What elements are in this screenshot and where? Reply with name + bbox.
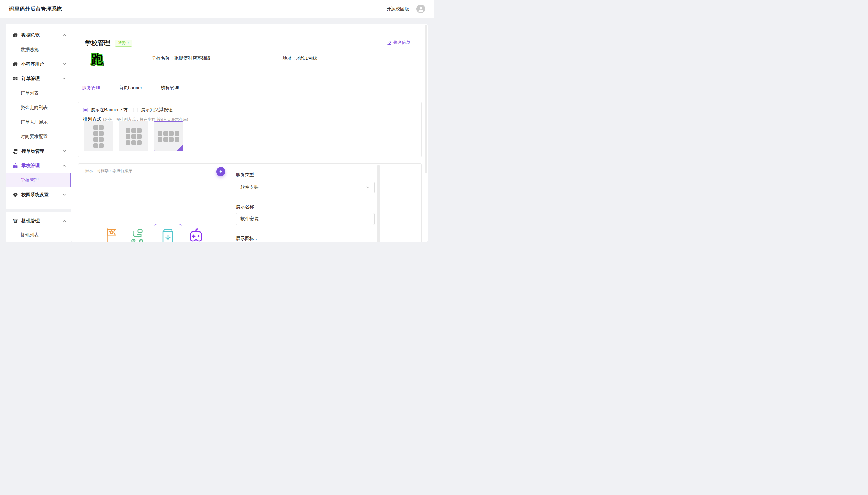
tab-bar: 服务管理首页banner楼栋管理 bbox=[78, 80, 422, 96]
radio-dot bbox=[133, 107, 138, 113]
layout-option-card[interactable] bbox=[154, 121, 183, 151]
flag-star-icon bbox=[105, 242, 119, 242]
chevron-down-icon bbox=[366, 185, 370, 189]
school-address: 地址：地铁1号线 bbox=[283, 50, 317, 66]
service-type-select[interactable]: 软件安装 bbox=[236, 182, 374, 193]
sidebar-item[interactable]: 时间要求配置 bbox=[6, 129, 72, 144]
sidebar-item[interactable]: 接单员管理 bbox=[6, 144, 72, 158]
service-icon-item[interactable] bbox=[130, 227, 145, 242]
sidebar-item[interactable]: 小程序用户 bbox=[6, 57, 72, 71]
school-icon bbox=[13, 163, 18, 168]
service-form-pane: 服务类型： 软件安装 展示名称： 软件安装 展示图标： bbox=[230, 164, 421, 242]
main-panel: 学校管理 运营中 修改信息 跑 学校名称：跑腿便利店基础版 地址：地铁1号线 服… bbox=[71, 24, 428, 242]
edit-info-link[interactable]: 修改信息 bbox=[387, 40, 410, 45]
main-scrollbar[interactable] bbox=[425, 25, 427, 173]
service-display-options: 展示在Banner下方 展示到悬浮按钮 排列方式 (选择一项排列方式，将在小程序… bbox=[78, 102, 422, 157]
sidebar-item[interactable]: 订单列表 bbox=[6, 86, 72, 100]
chevron-up-icon bbox=[63, 219, 66, 223]
layout-grid-preview bbox=[126, 128, 142, 145]
miniprogram-users-icon bbox=[13, 62, 18, 67]
tab[interactable]: 服务管理 bbox=[78, 80, 105, 95]
radio-dot bbox=[83, 107, 88, 113]
sidebar-item[interactable]: 数据总览 bbox=[6, 42, 72, 57]
layout-option-card[interactable] bbox=[84, 121, 113, 151]
pencil-icon bbox=[387, 40, 392, 45]
layout-option-card[interactable] bbox=[119, 121, 148, 151]
couriers-icon bbox=[13, 149, 18, 154]
service-icon-list bbox=[78, 164, 230, 242]
sidebar-item[interactable]: 学校管理 bbox=[6, 158, 72, 173]
status-badge: 运营中 bbox=[115, 39, 132, 47]
svg-text:¥: ¥ bbox=[15, 220, 16, 222]
chevron-down-icon bbox=[63, 193, 66, 197]
display-name-input[interactable]: 软件安装 bbox=[236, 213, 374, 225]
tab[interactable]: 楼栋管理 bbox=[157, 80, 183, 95]
service-icon-item[interactable] bbox=[154, 224, 182, 242]
service-icon-item[interactable] bbox=[189, 228, 203, 242]
sidebar-item[interactable]: 提现列表 bbox=[6, 228, 72, 242]
school-name: 学校名称：跑腿便利店基础版 bbox=[152, 50, 211, 66]
sidebar-item[interactable]: 资金走向列表 bbox=[6, 100, 72, 115]
chevron-down-icon bbox=[63, 149, 66, 153]
form-pane-scrollbar[interactable] bbox=[377, 165, 379, 242]
person-icon bbox=[417, 4, 425, 13]
service-sort-pane: 提示：可拖动元素进行排序 + bbox=[78, 164, 230, 242]
withdraw-icon: ¥ bbox=[13, 219, 18, 224]
display-name-label: 展示名称： bbox=[236, 204, 259, 210]
tab[interactable]: 首页banner bbox=[115, 80, 146, 95]
edition-label: 开源校园版 bbox=[387, 6, 409, 12]
app-title: 码里码外后台管理系统 bbox=[9, 5, 62, 12]
service-type-label: 服务类型： bbox=[236, 172, 259, 178]
sidebar-item[interactable]: 订单管理 bbox=[6, 71, 72, 86]
layout-grid-preview bbox=[158, 131, 179, 142]
sidebar-item[interactable]: 学校管理 bbox=[6, 173, 72, 187]
page-title: 学校管理 bbox=[85, 39, 110, 47]
chevron-up-icon bbox=[63, 77, 66, 80]
app-header: 码里码外后台管理系统 开源校园版 bbox=[0, 0, 434, 18]
user-avatar[interactable] bbox=[417, 4, 425, 13]
box-download-icon bbox=[161, 227, 175, 242]
delivery-scooter-icon bbox=[130, 242, 145, 242]
chevron-up-icon bbox=[63, 164, 66, 167]
display-icon-label: 展示图标： bbox=[236, 236, 259, 241]
chevron-up-icon bbox=[63, 33, 66, 37]
data-overview-icon bbox=[13, 33, 18, 38]
sidebar-main: 数据总览 数据总览 小程序用户 订单管理 订单列表 bbox=[6, 24, 72, 209]
sidebar-item[interactable]: 数据总览 bbox=[6, 28, 72, 42]
orders-icon bbox=[13, 76, 18, 81]
settings-gear-icon bbox=[13, 192, 18, 197]
school-logo: 跑 bbox=[89, 51, 105, 67]
layout-options bbox=[84, 121, 183, 151]
radio-option[interactable]: 展示到悬浮按钮 bbox=[133, 107, 173, 113]
chevron-down-icon bbox=[63, 62, 66, 66]
layout-grid-preview bbox=[93, 125, 104, 148]
sidebar-item[interactable]: ¥ 提现管理 bbox=[6, 214, 72, 228]
service-icon-item[interactable] bbox=[105, 227, 119, 242]
sidebar-item[interactable]: 订单大厅展示 bbox=[6, 115, 72, 129]
service-editor: 提示：可拖动元素进行排序 + 服务类型： 软件安装 bbox=[78, 164, 422, 242]
sidebar-withdraw: ¥ 提现管理 提现列表 bbox=[6, 211, 72, 242]
display-position-radios: 展示在Banner下方 展示到悬浮按钮 bbox=[83, 107, 178, 113]
sidebar-item[interactable]: 校园系统设置 bbox=[6, 187, 72, 202]
radio-option[interactable]: 展示在Banner下方 bbox=[83, 107, 128, 113]
